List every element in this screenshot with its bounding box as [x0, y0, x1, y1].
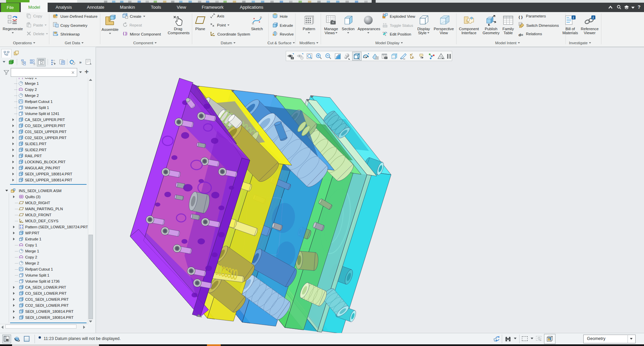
svg-text:i: i	[593, 16, 594, 19]
svg-text:i: i	[573, 16, 574, 19]
svg-text:x y: x y	[383, 31, 385, 33]
svg-text:z: z	[385, 34, 386, 36]
